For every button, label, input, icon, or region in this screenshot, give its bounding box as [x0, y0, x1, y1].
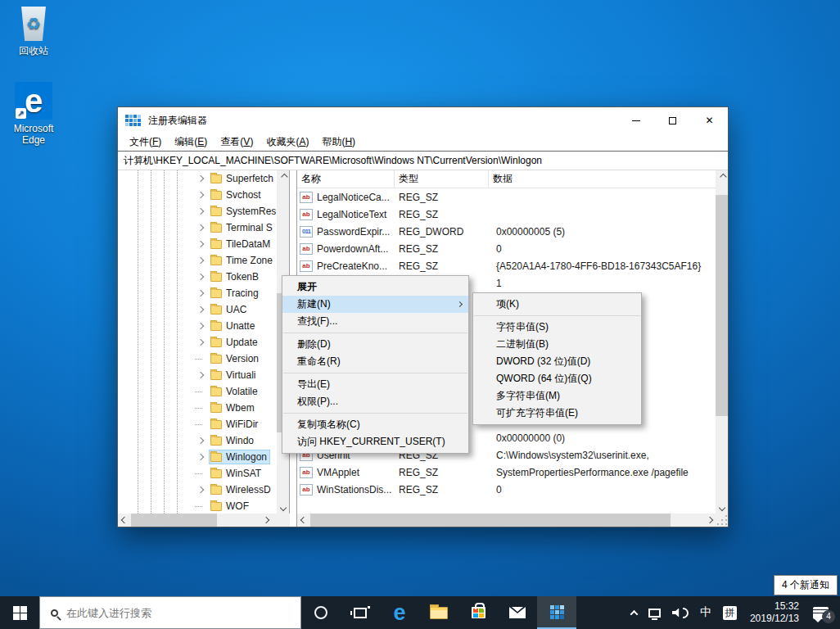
- submenu-item-qword-value[interactable]: QWORD (64 位)值(Q): [473, 370, 641, 387]
- value-row[interactable]: abLegalNoticeTextREG_SZ: [297, 206, 716, 223]
- submenu-item-dword-value[interactable]: DWORD (32 位)值(D): [473, 353, 641, 370]
- tray-ime-scheme-button[interactable]: 拼: [717, 596, 743, 629]
- desktop-icon-recycle-bin[interactable]: ♻ 回收站: [2, 7, 65, 58]
- column-header-name[interactable]: 名称: [297, 170, 395, 188]
- taskbar-search[interactable]: [39, 596, 301, 629]
- taskbar-file-explorer-button[interactable]: [419, 596, 458, 629]
- scroll-down-icon[interactable]: [277, 501, 289, 514]
- resize-grip[interactable]: [716, 514, 728, 527]
- expand-chevron-icon[interactable]: [197, 486, 204, 493]
- context-menu-item-export[interactable]: 导出(E): [282, 376, 468, 393]
- tree-item[interactable]: Svchost: [118, 187, 278, 203]
- tree-item[interactable]: WOF: [118, 498, 278, 514]
- tree-item[interactable]: WinSAT: [118, 465, 278, 482]
- value-row[interactable]: abVMAppletREG_SZSystemPropertiesPerforma…: [297, 464, 716, 481]
- tree-item[interactable]: Virtuali: [118, 367, 278, 383]
- scrollbar-thumb[interactable]: [716, 195, 728, 416]
- tray-ime-mode-button[interactable]: 中: [694, 596, 717, 629]
- tree-item[interactable]: Tracing: [118, 285, 278, 301]
- tray-clock[interactable]: 15:32 2019/12/13: [743, 596, 806, 629]
- values-horizontal-scrollbar[interactable]: [297, 514, 716, 527]
- taskbar-store-button[interactable]: [458, 596, 498, 629]
- minimize-button[interactable]: [617, 107, 654, 133]
- tree-item[interactable]: WiFiDir: [118, 416, 278, 432]
- tree-view[interactable]: Superfetch Svchost SystemRes Terminal S …: [118, 170, 278, 514]
- taskbar-regedit-button-active[interactable]: [537, 596, 576, 629]
- tree-item[interactable]: Version: [118, 351, 278, 367]
- submenu-item-multi-string-value[interactable]: 多字符串值(M): [473, 387, 641, 405]
- expand-chevron-icon[interactable]: [197, 241, 204, 247]
- tree-item[interactable]: Time Zone: [118, 252, 278, 269]
- tree-item[interactable]: Windo: [118, 432, 278, 449]
- scroll-left-icon[interactable]: [118, 514, 130, 526]
- expand-chevron-icon[interactable]: [197, 306, 204, 313]
- values-vertical-scrollbar[interactable]: [716, 170, 728, 514]
- scrollbar-thumb[interactable]: [131, 514, 217, 527]
- expand-chevron-icon[interactable]: [197, 257, 204, 264]
- menu-favorites[interactable]: 收藏夹(A): [260, 133, 315, 151]
- value-row[interactable]: abPreCreateKno...REG_SZ{A520A1A4-1780-4F…: [297, 257, 716, 274]
- search-input[interactable]: [66, 607, 271, 619]
- taskbar-mail-button[interactable]: [498, 596, 537, 629]
- maximize-button[interactable]: [654, 107, 691, 133]
- menu-help[interactable]: 帮助(H): [315, 133, 362, 151]
- scroll-up-icon[interactable]: [716, 170, 728, 183]
- expand-chevron-icon[interactable]: [197, 290, 204, 296]
- tray-volume-button[interactable]: [666, 596, 694, 629]
- tree-item[interactable]: Superfetch: [118, 170, 278, 187]
- context-menu-item-new[interactable]: 新建(N): [282, 296, 468, 313]
- scrollbar-thumb[interactable]: [310, 514, 671, 527]
- context-menu-item-find[interactable]: 查找(F)...: [282, 313, 468, 330]
- tree-item[interactable]: Wbem: [118, 400, 278, 416]
- taskbar-task-view-button[interactable]: [341, 596, 380, 629]
- tree-item[interactable]: SystemRes: [118, 203, 278, 219]
- value-row[interactable]: abPowerdownAft...REG_SZ0: [297, 240, 716, 257]
- tree-item[interactable]: TokenB: [118, 269, 278, 285]
- taskbar-cortana-button[interactable]: [301, 596, 341, 629]
- submenu-item-string-value[interactable]: 字符串值(S): [473, 319, 641, 336]
- tray-show-hidden-icons-button[interactable]: [625, 596, 643, 629]
- address-bar[interactable]: 计算机\HKEY_LOCAL_MACHINE\SOFTWARE\Microsof…: [118, 151, 728, 170]
- menu-file[interactable]: 文件(F): [123, 133, 168, 151]
- tree-item-winlogon-selected[interactable]: Winlogon: [118, 449, 278, 465]
- scroll-left-icon[interactable]: [297, 514, 309, 526]
- scroll-right-icon[interactable]: [260, 514, 272, 526]
- tree-item[interactable]: Update: [118, 334, 278, 351]
- context-menu-item-delete[interactable]: 删除(D): [282, 336, 468, 353]
- menu-view[interactable]: 查看(V): [214, 133, 260, 151]
- taskbar-edge-button[interactable]: e: [380, 596, 419, 629]
- value-row[interactable]: abLegalNoticeCa...REG_SZ: [297, 188, 716, 206]
- context-menu-item-rename[interactable]: 重命名(R): [282, 353, 468, 370]
- tray-network-button[interactable]: [643, 596, 666, 629]
- context-menu-item-copy-key-name[interactable]: 复制项名称(C): [282, 416, 468, 433]
- expand-chevron-icon[interactable]: [197, 372, 204, 378]
- submenu-item-expandable-string-value[interactable]: 可扩充字符串值(E): [473, 405, 641, 422]
- column-header-data[interactable]: 数据: [489, 170, 716, 188]
- context-menu-item-goto-hkcu[interactable]: 访问 HKEY_CURRENT_USER(T): [282, 433, 468, 450]
- close-button[interactable]: ✕: [691, 107, 728, 133]
- expand-chevron-icon[interactable]: [197, 437, 204, 444]
- tree-item[interactable]: Unatte: [118, 318, 278, 334]
- expand-chevron-icon[interactable]: [197, 192, 204, 198]
- expand-chevron-icon[interactable]: [197, 175, 204, 182]
- value-row[interactable]: 011PasswordExpir...REG_DWORD0x00000005 (…: [297, 223, 716, 240]
- tree-horizontal-scrollbar[interactable]: [118, 514, 290, 527]
- tree-item[interactable]: WirelessD: [118, 482, 278, 498]
- expand-chevron-icon[interactable]: [197, 224, 204, 231]
- submenu-item-binary-value[interactable]: 二进制值(B): [473, 336, 641, 353]
- scroll-up-icon[interactable]: [277, 170, 289, 183]
- tree-item[interactable]: TileDataM: [118, 236, 278, 252]
- column-header-type[interactable]: 类型: [395, 170, 489, 188]
- title-bar[interactable]: 注册表编辑器 ✕: [118, 107, 728, 133]
- menu-edit[interactable]: 编辑(E): [168, 133, 214, 151]
- tree-item[interactable]: Volatile: [118, 383, 278, 400]
- start-button[interactable]: [0, 596, 39, 629]
- tree-item[interactable]: UAC: [118, 301, 278, 318]
- scroll-right-icon[interactable]: [703, 514, 716, 526]
- tree-item[interactable]: Terminal S: [118, 219, 278, 236]
- scroll-down-icon[interactable]: [716, 501, 728, 514]
- submenu-item-key[interactable]: 项(K): [473, 296, 641, 313]
- context-menu-item-permissions[interactable]: 权限(P)...: [282, 393, 468, 410]
- expand-chevron-icon[interactable]: [197, 454, 204, 460]
- expand-chevron-icon[interactable]: [197, 208, 204, 215]
